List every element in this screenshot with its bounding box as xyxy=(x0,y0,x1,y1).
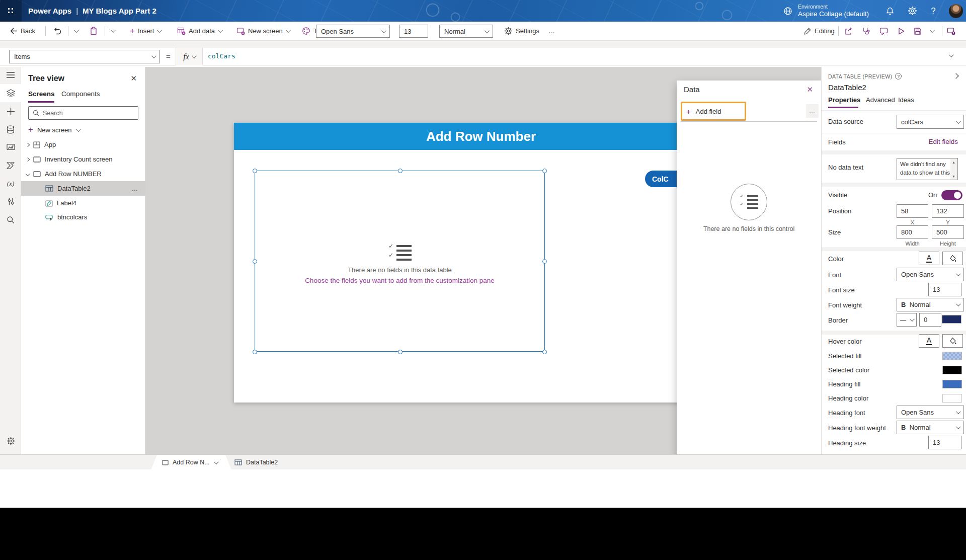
visible-toggle[interactable] xyxy=(941,190,962,200)
selected-color-swatch[interactable] xyxy=(942,366,962,374)
tree-item-label4[interactable]: Label4 xyxy=(21,196,145,210)
add-field-button[interactable]: + Add field xyxy=(682,103,745,119)
heading-font-weight-dropdown[interactable]: B Normal xyxy=(897,421,964,434)
data-panel-overflow-button[interactable]: … xyxy=(806,104,819,118)
tree-item-add-row-number[interactable]: Add Row NUMBER xyxy=(21,167,145,181)
resize-handle-top-right[interactable] xyxy=(542,169,547,173)
screen-tab-add-row-number[interactable]: Add Row N... xyxy=(151,455,231,470)
resize-handle-bottom-left[interactable] xyxy=(253,350,257,354)
add-data-button[interactable]: Add data xyxy=(177,22,221,40)
control-tab-datatable2[interactable]: DataTable2 xyxy=(234,455,278,470)
formula-input[interactable]: colCars xyxy=(208,52,235,60)
tab-components[interactable]: Components xyxy=(61,90,100,98)
undo-menu-chevron[interactable] xyxy=(74,22,77,40)
heading-color-swatch[interactable] xyxy=(942,394,962,403)
fx-button[interactable]: fx xyxy=(176,48,203,65)
data-source-dropdown[interactable]: colCars xyxy=(897,115,964,129)
font-size-input[interactable]: 13 xyxy=(399,25,428,38)
rail-media-icon[interactable] xyxy=(0,138,21,156)
new-screen-tree-button[interactable]: + New screen xyxy=(28,123,79,136)
choose-fields-link[interactable]: Choose the fields you want to add from t… xyxy=(255,277,545,284)
border-width-input[interactable]: 0 xyxy=(919,313,941,327)
font-dropdown[interactable]: Open Sans xyxy=(897,268,964,281)
collapse-chevron-icon[interactable] xyxy=(26,172,30,176)
comments-icon[interactable] xyxy=(879,22,888,40)
item-overflow-menu[interactable]: … xyxy=(131,185,138,192)
paste-button[interactable] xyxy=(90,22,98,40)
waffle-menu-icon[interactable] xyxy=(0,0,22,22)
save-icon[interactable] xyxy=(914,22,922,40)
heading-font-dropdown[interactable]: Open Sans xyxy=(897,406,964,419)
border-style-dropdown[interactable]: — xyxy=(897,313,917,327)
tab-properties[interactable]: Properties xyxy=(828,96,860,104)
tab-screens[interactable]: Screens xyxy=(28,90,55,98)
back-button[interactable]: Back xyxy=(10,22,35,40)
panel-collapse-chevron[interactable] xyxy=(953,73,958,78)
rail-variables-icon[interactable]: (x) xyxy=(0,175,21,193)
textarea-scrollbar[interactable]: ▲▼ xyxy=(950,159,957,180)
resize-handle-top-center[interactable] xyxy=(398,169,403,173)
expand-chevron-icon[interactable] xyxy=(26,157,30,161)
info-icon[interactable]: ? xyxy=(895,73,902,79)
rail-menu-icon[interactable] xyxy=(0,66,21,84)
user-avatar[interactable] xyxy=(949,4,963,18)
notifications-bell-icon[interactable] xyxy=(881,0,899,22)
property-selector-dropdown[interactable]: Items xyxy=(9,50,160,63)
heading-size-input[interactable]: 13 xyxy=(928,436,961,449)
save-menu-chevron[interactable] xyxy=(930,22,933,40)
tree-item-btncolcars[interactable]: btncolcars xyxy=(21,210,145,224)
rail-search-icon[interactable] xyxy=(0,211,21,229)
tree-search-input[interactable]: Search xyxy=(28,106,138,120)
hover-font-color-button[interactable]: A xyxy=(919,334,939,348)
tree-item-inventory-count-screen[interactable]: Inventory Count screen xyxy=(21,152,145,167)
help-icon[interactable]: ? xyxy=(925,0,942,22)
no-data-text-input[interactable]: We didn't find any data to show at this … xyxy=(897,158,958,180)
tab-advanced[interactable]: Advanced xyxy=(866,96,895,104)
tab-ideas[interactable]: Ideas xyxy=(898,96,914,104)
tree-view-close-icon[interactable]: ✕ xyxy=(130,74,137,83)
font-weight-dropdown-panel[interactable]: B Normal xyxy=(897,298,964,311)
settings-button[interactable]: Settings xyxy=(504,22,539,40)
editing-mode-button[interactable]: Editing xyxy=(804,22,835,40)
new-screen-button[interactable]: New screen xyxy=(236,22,289,40)
rail-tree-view-icon[interactable] xyxy=(0,84,21,102)
border-color-swatch[interactable] xyxy=(942,315,961,324)
publish-icon[interactable] xyxy=(947,22,955,40)
fill-color-button[interactable] xyxy=(942,252,963,265)
font-size-input-panel[interactable]: 13 xyxy=(928,283,961,296)
rail-controls-icon[interactable] xyxy=(0,193,21,211)
resize-handle-bottom-right[interactable] xyxy=(542,350,547,354)
theme-palette-icon xyxy=(302,27,310,35)
resize-handle-bottom-center[interactable] xyxy=(398,350,403,354)
insert-button[interactable]: + Insert xyxy=(130,22,160,40)
size-height-input[interactable]: 500 xyxy=(932,225,964,239)
expand-chevron-icon[interactable] xyxy=(26,142,30,146)
font-family-dropdown[interactable]: Open Sans xyxy=(316,25,390,38)
heading-fill-swatch[interactable] xyxy=(942,380,962,388)
font-weight-dropdown[interactable]: Normal xyxy=(439,25,493,38)
rail-power-automate-icon[interactable] xyxy=(0,156,21,175)
paste-menu-chevron[interactable] xyxy=(111,22,114,40)
selected-fill-swatch[interactable] xyxy=(942,352,962,360)
data-panel-close-icon[interactable]: ✕ xyxy=(807,85,813,94)
undo-button[interactable] xyxy=(53,22,62,40)
rail-settings-icon[interactable] xyxy=(0,432,21,450)
preview-play-icon[interactable] xyxy=(898,22,905,40)
size-width-input[interactable]: 800 xyxy=(897,225,928,239)
tree-item-app[interactable]: App xyxy=(21,137,145,152)
app-checker-icon[interactable] xyxy=(861,22,870,40)
position-y-input[interactable]: 132 xyxy=(932,204,964,218)
settings-gear-icon-topbar[interactable] xyxy=(904,0,921,22)
font-color-button[interactable]: A xyxy=(919,252,939,265)
share-icon[interactable] xyxy=(844,22,853,40)
rail-data-icon[interactable] xyxy=(0,120,21,138)
formula-expand-chevron[interactable] xyxy=(949,52,954,57)
environment-switcher[interactable]: Environment Aspire Collage (default) xyxy=(783,0,869,22)
tree-item-datatable2[interactable]: DataTable2 … xyxy=(21,181,145,196)
resize-handle-top-left[interactable] xyxy=(253,169,257,173)
position-x-input[interactable]: 58 xyxy=(897,204,928,218)
edit-fields-link[interactable]: Edit fields xyxy=(928,138,958,145)
toolbar-overflow-button[interactable]: … xyxy=(548,22,555,40)
rail-insert-icon[interactable] xyxy=(0,102,21,120)
hover-fill-color-button[interactable] xyxy=(942,334,963,348)
